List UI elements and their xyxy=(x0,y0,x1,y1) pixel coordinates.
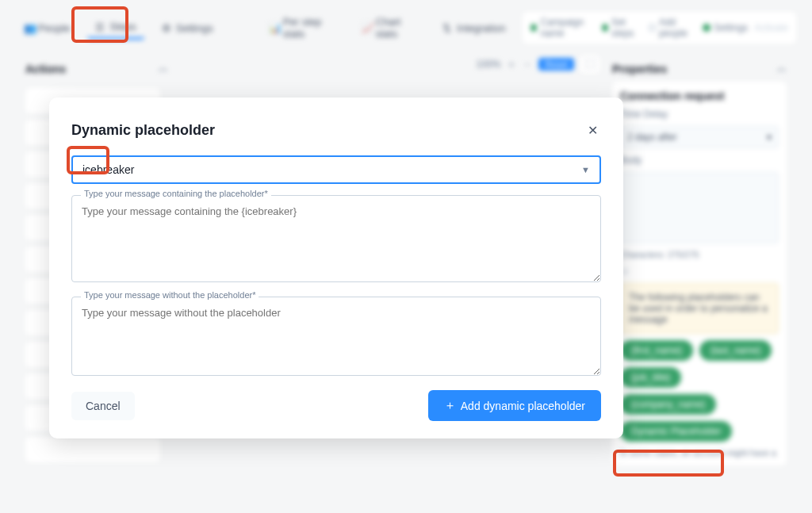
message-with-label: Type your message containing the placeho… xyxy=(81,189,271,198)
body-textarea[interactable] xyxy=(620,172,779,243)
integrations-icon: ⇅ xyxy=(442,22,454,33)
plus-icon: ＋ xyxy=(444,398,456,413)
message-with-placeholder-input[interactable] xyxy=(71,195,601,282)
nav-people[interactable]: 👥 People xyxy=(16,17,78,39)
emoji-icon[interactable]: ☺ xyxy=(620,266,779,277)
nav-steps[interactable]: ☰ Steps xyxy=(87,16,144,40)
footnote-text: In some cases, an account might have a xyxy=(620,448,779,457)
placeholder-info: The following placeholders can be used i… xyxy=(620,283,779,334)
nav-per-step-stats-label: Per step stats xyxy=(283,16,336,40)
nav-integrations[interactable]: ⇅ Integration xyxy=(435,17,513,39)
wizard-progress: Campaign name Set steps Add people Setti… xyxy=(523,12,796,44)
placeholder-select-value: icebreaker xyxy=(82,163,134,176)
actions-title: Actions xyxy=(25,63,66,75)
body-label: Body xyxy=(620,155,779,166)
close-icon[interactable]: ✕ xyxy=(584,120,601,141)
add-button-label: Add dynamic placeholder xyxy=(461,400,585,412)
properties-title: Properties xyxy=(612,63,667,75)
nav-settings-label: Settings xyxy=(176,22,213,34)
fullscreen-icon[interactable]: ⛶ xyxy=(580,56,599,73)
nav-per-step-stats[interactable]: 📊 Per step stats xyxy=(261,11,344,44)
dot-icon xyxy=(530,24,537,32)
nav-chart-stats-label: Chart stats xyxy=(376,16,417,40)
wiz-activate[interactable]: Activate xyxy=(754,22,788,33)
chevron-up-icon: ︿ xyxy=(777,62,787,75)
action-item[interactable] xyxy=(25,437,160,462)
dynamic-placeholder-modal: Dynamic placeholder ✕ icebreaker ▼ Type … xyxy=(49,98,623,438)
settings-icon: ⚙ xyxy=(162,22,173,33)
add-dynamic-placeholder-button[interactable]: ＋ Add dynamic placeholder xyxy=(428,390,601,421)
nav-people-label: People xyxy=(38,22,70,34)
zoom-in-icon[interactable]: ＋ xyxy=(507,58,516,71)
people-icon: 👥 xyxy=(24,22,35,33)
prop-step-title: Connection request xyxy=(620,90,779,102)
chevron-up-icon: ︿ xyxy=(159,62,168,75)
wiz-add-people[interactable]: Add people xyxy=(649,17,696,39)
chevron-down-icon: ▾ xyxy=(767,132,772,143)
stats-icon: 📊 xyxy=(269,22,280,33)
modal-title: Dynamic placeholder xyxy=(71,122,215,139)
placeholder-select[interactable]: icebreaker ▼ xyxy=(71,155,601,184)
pill-company-name[interactable]: {company_name} xyxy=(620,394,716,415)
nav-steps-label: Steps xyxy=(109,21,136,33)
zoom-out-icon[interactable]: － xyxy=(523,58,532,71)
nav-settings[interactable]: ⚙ Settings xyxy=(154,17,221,39)
nav-chart-stats[interactable]: 📈 Chart stats xyxy=(354,11,425,44)
time-delay-value: 2 days after xyxy=(627,132,677,143)
pill-dynamic-placeholder[interactable]: Dynamic Placeholder xyxy=(620,421,732,442)
message-without-label: Type your message without the placeholde… xyxy=(81,290,259,300)
steps-icon: ☰ xyxy=(95,21,106,33)
time-delay-select[interactable]: 2 days after ▾ xyxy=(620,126,779,148)
top-nav: 👥 People ☰ Steps ⚙ Settings 📊 Per step s… xyxy=(0,0,812,56)
nav-integrations-label: Integration xyxy=(457,22,505,34)
properties-header[interactable]: Properties ︿ xyxy=(612,56,787,82)
actions-header[interactable]: Actions ︿ xyxy=(25,56,168,82)
wiz-set-steps[interactable]: Set steps xyxy=(602,17,642,39)
dot-icon xyxy=(703,24,710,32)
properties-panel: Properties ︿ Connection request Time Del… xyxy=(612,56,787,465)
message-without-placeholder-input[interactable] xyxy=(71,297,601,376)
time-delay-label: Time Delay xyxy=(620,109,779,120)
zoom-reset-button[interactable]: Reset xyxy=(538,58,574,71)
character-count: Characters: 275/275 xyxy=(620,250,779,259)
chart-icon: 📈 xyxy=(362,22,373,33)
pill-last-name[interactable]: {last_name} xyxy=(699,340,772,361)
cancel-button[interactable]: Cancel xyxy=(71,392,135,420)
dot-icon xyxy=(602,24,608,32)
wiz-settings[interactable]: Settings xyxy=(703,22,748,33)
zoom-value: 100% xyxy=(477,59,501,70)
dot-open-icon xyxy=(649,24,656,32)
chevron-down-icon: ▼ xyxy=(581,165,590,174)
wiz-campaign[interactable]: Campaign name xyxy=(530,17,596,39)
pill-first-name[interactable]: {first_name} xyxy=(620,340,693,361)
pill-job-title[interactable]: {job_title} xyxy=(620,367,681,388)
